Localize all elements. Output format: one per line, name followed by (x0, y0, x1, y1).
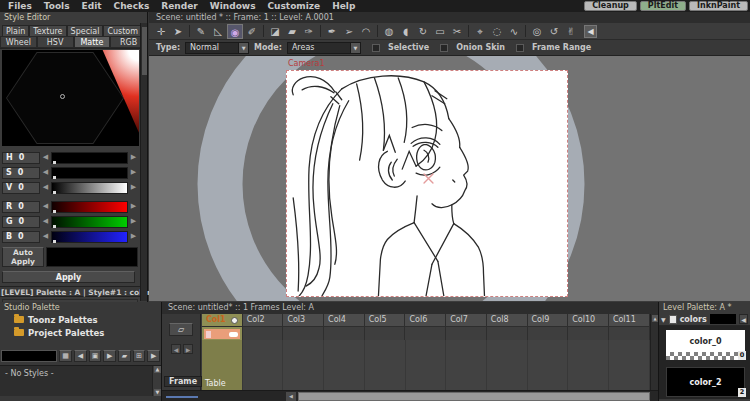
menu-files[interactable]: Files (3, 1, 37, 11)
menu-tools[interactable]: Tools (39, 1, 75, 11)
toolbar-collapse-icon[interactable]: ◀ (584, 25, 597, 38)
scrollbar-thumb[interactable] (142, 27, 147, 75)
swatch-color-2[interactable]: color_2 2 (666, 367, 745, 397)
next-frame-icon[interactable]: ▶ (183, 344, 193, 354)
animate-tool[interactable]: ✛ (153, 24, 169, 39)
swatch-face[interactable]: color_2 (666, 367, 745, 397)
magnet-tool[interactable]: ◖ (398, 24, 414, 39)
menu-windows[interactable]: Windows (205, 1, 261, 11)
menu-help[interactable]: Help (327, 1, 360, 11)
mode-dropdown[interactable]: Areas ▼ (287, 42, 361, 54)
column-header-col3[interactable]: Col3 (283, 314, 324, 327)
next-palette-icon[interactable]: ▶ (103, 350, 116, 362)
menu-checks[interactable]: Checks (109, 1, 155, 11)
value-slider[interactable] (51, 182, 128, 194)
hue-slider[interactable] (51, 152, 128, 164)
pump-tool[interactable]: ◍ (381, 24, 397, 39)
thumbnail-toggle[interactable] (229, 332, 238, 337)
cell-area[interactable]: Table (202, 340, 650, 390)
current-column-cells[interactable]: Table (202, 340, 242, 390)
column-thumbnail-col1[interactable] (202, 327, 243, 340)
fill-tool[interactable]: ◉ (227, 24, 243, 39)
rotate-tool[interactable]: ↺ (546, 24, 562, 39)
frame-slider[interactable] (166, 396, 198, 398)
menu-render[interactable]: Render (156, 1, 202, 11)
picker-cursor[interactable] (60, 94, 65, 99)
scroll-down-icon[interactable]: ▼ (154, 389, 161, 396)
saturation-value-box[interactable]: S0 (2, 167, 40, 179)
xsheet-horizontal-scrollbar[interactable]: ◀ (162, 390, 658, 401)
green-value-box[interactable]: G0 (2, 216, 40, 228)
apply-button[interactable]: Apply (2, 271, 135, 283)
prev-frame-icon[interactable]: ◀ (171, 344, 181, 354)
tab-plain[interactable]: Plain (2, 25, 29, 36)
value-decrement-icon[interactable]: ◀ (41, 180, 50, 195)
panel-expand-icon[interactable]: ▶ (147, 350, 160, 362)
hue-decrement-icon[interactable]: ◀ (41, 150, 50, 165)
bender-tool[interactable]: ↻ (415, 24, 431, 39)
zoom-tool[interactable]: ◎ (529, 24, 545, 39)
swatch-color-0[interactable]: color_0 0 (666, 330, 745, 360)
column-visibility-icon[interactable] (231, 317, 238, 324)
folder-icon[interactable]: ▰ (118, 350, 131, 362)
hue-value-box[interactable]: H0 (2, 152, 40, 164)
onion-skin-checkbox[interactable] (440, 44, 448, 52)
tab-matte[interactable]: Matte (74, 36, 111, 48)
column-header-col8[interactable]: Col8 (487, 314, 528, 327)
color-hexagon[interactable] (7, 53, 123, 143)
red-increment-icon[interactable]: ▶ (129, 199, 138, 214)
cleanup-room-button[interactable]: Cleanup (584, 1, 637, 11)
style-panel-scrollbar[interactable] (140, 23, 147, 301)
camera-frame[interactable] (286, 70, 568, 297)
skeleton-tool[interactable]: ⌖ (472, 24, 488, 39)
blue-value-box[interactable]: B0 (2, 231, 40, 243)
column-header-col9[interactable]: Col9 (528, 314, 569, 327)
red-value-box[interactable]: R0 (2, 201, 40, 213)
saturation-increment-icon[interactable]: ▶ (129, 165, 138, 180)
tab-special[interactable]: Special (67, 25, 104, 36)
selective-checkbox[interactable] (372, 44, 380, 52)
type-dropdown[interactable]: Normal ▼ (185, 42, 249, 54)
page-menu-arrow-icon[interactable]: ▼ (661, 316, 666, 323)
selection-tool[interactable]: ➤ (170, 24, 186, 39)
swatch-face[interactable]: color_0 (666, 330, 745, 352)
green-increment-icon[interactable]: ▶ (129, 214, 138, 229)
styles-scrollbar[interactable]: ▲ ▼ (152, 366, 161, 396)
cutter-tool[interactable]: ✂ (449, 24, 465, 39)
red-slider[interactable] (51, 201, 128, 213)
column-header-col7[interactable]: Col7 (446, 314, 487, 327)
inknpaint-room-button[interactable]: InknPaint (689, 1, 748, 11)
page-icon[interactable]: ▣ (89, 350, 102, 362)
saturation-slider[interactable] (51, 167, 128, 179)
xsheet-vertical-scrollbar[interactable]: ▲ (650, 314, 658, 390)
blue-increment-icon[interactable]: ▶ (129, 229, 138, 244)
tape-tool[interactable]: ▰ (284, 24, 300, 39)
value-increment-icon[interactable]: ▶ (129, 180, 138, 195)
tab-texture[interactable]: Texture (29, 25, 66, 36)
column-header-col1[interactable]: Col1 (202, 314, 243, 327)
tab-wheel[interactable]: Wheel (0, 36, 37, 48)
control-point-editor-tool[interactable]: ➢ (341, 24, 357, 39)
auto-apply-button[interactable]: Auto Apply (2, 247, 44, 267)
scrollbar-thumb[interactable] (298, 392, 650, 401)
frame-range-checkbox[interactable] (516, 44, 524, 52)
brush-tool[interactable]: ✎ (193, 24, 209, 39)
drawing-canvas[interactable]: Camera1 (149, 56, 750, 301)
mode-dropdown-arrow-icon[interactable]: ▼ (350, 43, 360, 53)
tab-custom[interactable]: Custom (103, 25, 142, 36)
palette-name-input[interactable] (1, 350, 57, 362)
color-wheel-picker[interactable] (2, 50, 139, 146)
palette-page-name[interactable]: colors (680, 315, 707, 324)
scroll-left-icon[interactable]: ◀ (286, 392, 296, 401)
hue-increment-icon[interactable]: ▶ (129, 150, 138, 165)
prev-palette-icon[interactable]: ◀ (74, 350, 87, 362)
tree-item-toonz-palettes[interactable]: Toonz Palettes (0, 313, 161, 326)
palette-collapse-icon[interactable]: ◀ (739, 314, 748, 324)
green-decrement-icon[interactable]: ◀ (41, 214, 50, 229)
blue-slider[interactable] (51, 231, 128, 243)
iron-tool[interactable]: ▭ (432, 24, 448, 39)
tree-item-project-palettes[interactable]: Project Palettes (0, 326, 161, 339)
scroll-up-icon[interactable]: ▲ (154, 366, 161, 373)
pltedit-room-button[interactable]: PltEdit (640, 1, 686, 11)
plastic-tool[interactable]: ∿ (506, 24, 522, 39)
